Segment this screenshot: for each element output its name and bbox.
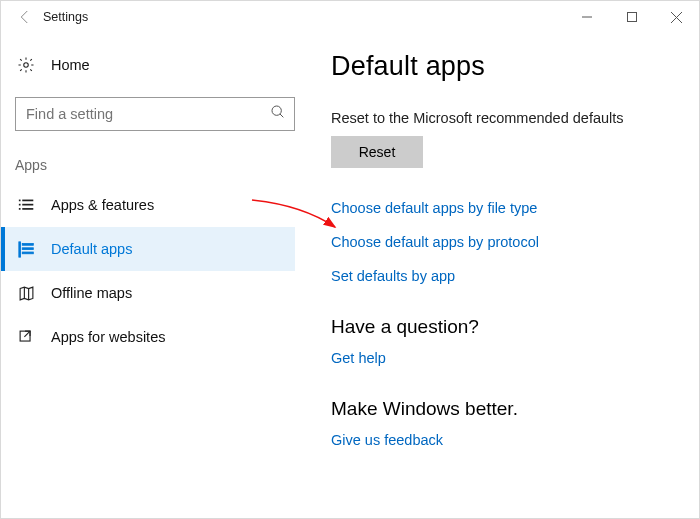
svg-rect-13	[18, 241, 20, 256]
sidebar-item-apps-for-websites[interactable]: Apps for websites	[1, 315, 295, 359]
svg-rect-12	[22, 208, 33, 210]
map-icon	[15, 285, 37, 302]
svg-point-4	[24, 63, 29, 68]
home-button[interactable]: Home	[15, 47, 295, 83]
minimize-button[interactable]	[564, 1, 609, 33]
defaults-icon	[15, 241, 37, 258]
sidebar-item-label: Apps & features	[51, 197, 154, 213]
sidebar-item-label: Offline maps	[51, 285, 132, 301]
link-get-help[interactable]: Get help	[331, 350, 685, 366]
page-title: Default apps	[331, 51, 685, 82]
feedback-heading: Make Windows better.	[331, 398, 685, 420]
home-label: Home	[51, 57, 90, 73]
svg-rect-8	[18, 203, 20, 205]
link-give-feedback[interactable]: Give us feedback	[331, 432, 685, 448]
link-set-defaults-by-app[interactable]: Set defaults by app	[331, 268, 685, 284]
svg-rect-14	[22, 243, 33, 245]
search-icon	[270, 104, 286, 124]
svg-rect-15	[22, 247, 33, 249]
link-default-apps-by-protocol[interactable]: Choose default apps by protocol	[331, 234, 685, 250]
maximize-button[interactable]	[609, 1, 654, 33]
window-title: Settings	[43, 10, 88, 24]
gear-icon	[15, 56, 37, 74]
svg-rect-1	[627, 13, 636, 22]
titlebar: Settings	[1, 1, 699, 33]
link-default-apps-by-file-type[interactable]: Choose default apps by file type	[331, 200, 685, 216]
reset-caption: Reset to the Microsoft recommended defau…	[331, 110, 685, 126]
sidebar-item-label: Apps for websites	[51, 329, 165, 345]
back-button[interactable]	[1, 1, 45, 33]
sidebar-item-default-apps[interactable]: Default apps	[1, 227, 295, 271]
close-button[interactable]	[654, 1, 699, 33]
section-label: Apps	[15, 157, 295, 173]
sidebar: Home Apps Apps & features	[1, 33, 309, 518]
search-input[interactable]	[15, 97, 295, 131]
svg-point-5	[272, 106, 281, 115]
svg-rect-7	[18, 199, 20, 201]
sidebar-item-offline-maps[interactable]: Offline maps	[1, 271, 295, 315]
svg-line-6	[280, 114, 283, 117]
svg-rect-11	[22, 203, 33, 205]
list-icon	[15, 197, 37, 214]
svg-rect-9	[18, 208, 20, 210]
launch-icon	[15, 329, 37, 346]
main-content: Default apps Reset to the Microsoft reco…	[309, 33, 699, 518]
svg-rect-16	[22, 252, 33, 254]
svg-rect-10	[22, 199, 33, 201]
question-heading: Have a question?	[331, 316, 685, 338]
sidebar-item-label: Default apps	[51, 241, 132, 257]
sidebar-item-apps-features[interactable]: Apps & features	[1, 183, 295, 227]
search-field[interactable]	[26, 106, 256, 122]
reset-button[interactable]: Reset	[331, 136, 423, 168]
